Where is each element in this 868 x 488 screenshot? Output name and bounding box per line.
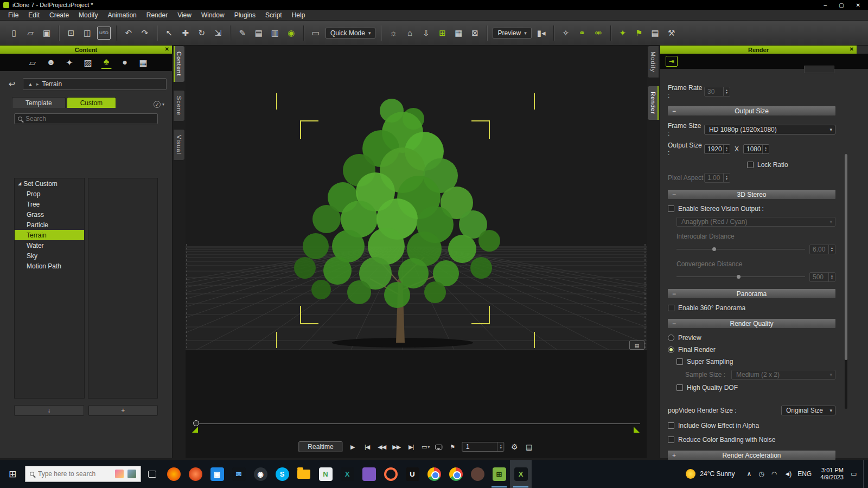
taskbar-ring-app-icon[interactable] <box>380 460 401 488</box>
wifi-icon[interactable]: ◠ <box>771 470 777 478</box>
light-icon[interactable]: ☼ <box>387 27 400 40</box>
taskbar-github-icon[interactable]: ◉ <box>250 460 271 488</box>
final-render-radio[interactable] <box>668 346 674 353</box>
add-content-button[interactable]: + <box>88 405 158 416</box>
taskbar-firefox-icon[interactable] <box>163 460 184 488</box>
menu-edit[interactable]: Edit <box>23 11 44 19</box>
realtime-button[interactable]: Realtime <box>298 441 342 452</box>
link-icon[interactable]: ⚭ <box>576 27 589 40</box>
first-frame-button[interactable]: |◀ <box>362 441 372 452</box>
timeline-playhead[interactable] <box>193 420 199 426</box>
props-icon[interactable]: ▦ <box>138 56 149 69</box>
taskbar-search-input[interactable] <box>38 470 111 478</box>
taskbar-x-app-icon[interactable]: X <box>336 460 358 488</box>
menu-render[interactable]: Render <box>142 11 173 19</box>
timeline-settings-gear-icon[interactable]: ⚙ <box>509 441 519 452</box>
search-highlight-icon[interactable] <box>127 470 136 478</box>
redo-icon[interactable]: ↷ <box>138 27 151 40</box>
set-folder-icon[interactable]: ▱ <box>27 56 38 69</box>
snap-tool-icon[interactable]: ▥ <box>269 27 282 40</box>
volume-icon[interactable]: ◄) <box>784 470 790 478</box>
start-button[interactable]: ⊞ <box>0 460 25 488</box>
lock-ratio-checkbox[interactable] <box>747 162 754 168</box>
high-quality-dof-checkbox[interactable] <box>676 384 683 391</box>
show-desktop-button[interactable] <box>863 460 866 488</box>
action-center-icon[interactable]: ▭ <box>847 460 861 488</box>
close-button[interactable]: ✕ <box>856 2 860 8</box>
section-render-quality[interactable]: Render Quality <box>668 319 835 328</box>
tree-item-motion-path[interactable]: Motion Path <box>15 261 84 271</box>
output-width-spinner[interactable] <box>723 145 730 153</box>
tab-content-vertical[interactable]: Content <box>173 46 185 82</box>
tree-item-particle[interactable]: Particle <box>15 220 84 230</box>
nature-icon[interactable]: ♣ <box>101 56 112 69</box>
visibility-eye-icon[interactable]: ◉ <box>285 27 298 40</box>
content-close-icon[interactable]: ✕ <box>165 46 169 52</box>
next-frame-button[interactable]: ▶▶ <box>392 441 401 452</box>
output-height-spinner[interactable] <box>762 145 769 153</box>
taskbar-chrome-icon[interactable] <box>423 460 445 488</box>
menu-animation[interactable]: Animation <box>103 11 141 19</box>
comment-bubble-icon[interactable] <box>436 445 443 450</box>
range-start-marker[interactable] <box>192 427 198 433</box>
align-tool-icon[interactable]: ▤ <box>252 27 265 40</box>
menu-file[interactable]: File <box>3 11 23 19</box>
taskbar-purple-app-icon[interactable] <box>358 460 380 488</box>
taskbar-dark-app-icon[interactable] <box>467 460 488 488</box>
import-icon[interactable]: ⇩ <box>419 27 432 40</box>
render-panel-scrollbar[interactable] <box>845 154 847 409</box>
filter-check-button[interactable]: ✓▾ <box>154 101 164 108</box>
frame-size-dropdown[interactable]: HD 1080p (1920x1080) <box>704 125 835 134</box>
minimize-button[interactable]: – <box>824 2 827 8</box>
undo-icon[interactable]: ↶ <box>122 27 135 40</box>
camera-icon[interactable]: ▮◂ <box>535 27 548 40</box>
previous-frame-button[interactable]: ◀◀ <box>377 441 387 452</box>
material-ball-icon[interactable]: ● <box>119 56 130 69</box>
quick-mode-dropdown[interactable]: Quick Mode <box>326 28 376 38</box>
back-icon[interactable]: ↩ <box>5 78 18 91</box>
section-3d-stereo[interactable]: 3D Stereo <box>668 190 835 199</box>
taskbar-3dxchange-icon[interactable]: X <box>510 460 532 488</box>
marker-flag-icon[interactable]: ⚑ <box>448 441 457 452</box>
preview-radio[interactable] <box>668 335 674 341</box>
taskbar-mail-icon[interactable]: ✉ <box>228 460 250 488</box>
panorama-enable-checkbox[interactable] <box>668 305 674 311</box>
section-render-acceleration[interactable]: Render Acceleration <box>668 451 835 460</box>
image-icon[interactable]: ▨ <box>82 56 93 69</box>
tab-render-vertical[interactable]: Render <box>647 86 659 120</box>
hidden-icons-chevron[interactable]: ∧ <box>747 470 752 478</box>
last-frame-button[interactable]: ▶| <box>406 441 416 452</box>
viewport-3d[interactable]: ▤ Realtime ▶ |◀ ◀◀ ▶▶ ▶| ▭ ⚑ ⚙ ▤ <box>186 46 647 458</box>
home-camera-icon[interactable]: ⌂ <box>403 27 416 40</box>
stereo-enable-checkbox[interactable] <box>668 206 674 212</box>
wand-icon[interactable]: ✧ <box>559 27 572 40</box>
tree-item-terrain[interactable]: Terrain <box>15 230 84 240</box>
new-project-icon[interactable]: ▯ <box>8 27 21 40</box>
scale-tool-icon[interactable]: ⇲ <box>212 27 225 40</box>
move-down-button[interactable]: ↓ <box>14 405 84 416</box>
search-highlight-icon[interactable] <box>115 470 124 478</box>
taskbar-notepad-icon[interactable]: N <box>315 460 336 488</box>
motion-pilot-icon[interactable]: ✦ <box>616 27 629 40</box>
tree-item-grass[interactable]: Grass <box>15 209 84 220</box>
select-tool-icon[interactable]: ↖ <box>163 27 176 40</box>
rotate-tool-icon[interactable]: ↻ <box>195 27 208 40</box>
taskbar-file-explorer-icon[interactable] <box>293 460 315 488</box>
tab-template[interactable]: Template <box>12 97 66 108</box>
tab-visual-vertical[interactable]: Visual <box>173 129 185 160</box>
taskbar-browser-icon[interactable] <box>184 460 206 488</box>
grid-toggle-icon[interactable]: ⊞ <box>436 27 449 40</box>
section-output-size[interactable]: Output Size <box>668 106 835 115</box>
taskbar-clock[interactable]: 3:01 PM 4/9/2023 <box>817 467 847 481</box>
open-project-icon[interactable]: ▱ <box>24 27 37 40</box>
taskbar-skype-icon[interactable]: S <box>271 460 293 488</box>
breadcrumb[interactable]: ▲ ▸ Terrain <box>23 78 167 90</box>
tree-item-water[interactable]: Water <box>15 240 84 251</box>
render-close-icon[interactable]: ✕ <box>850 46 854 52</box>
tree-item-set-custom[interactable]: ◢Set Custom <box>15 178 84 189</box>
weather-widget[interactable]: 24°C Sunny <box>679 460 741 488</box>
frame-number-input[interactable] <box>463 443 497 451</box>
tree-item-prop[interactable]: Prop <box>15 189 84 199</box>
flag-icon[interactable]: ⚑ <box>633 27 646 40</box>
super-sampling-checkbox[interactable] <box>676 358 683 365</box>
